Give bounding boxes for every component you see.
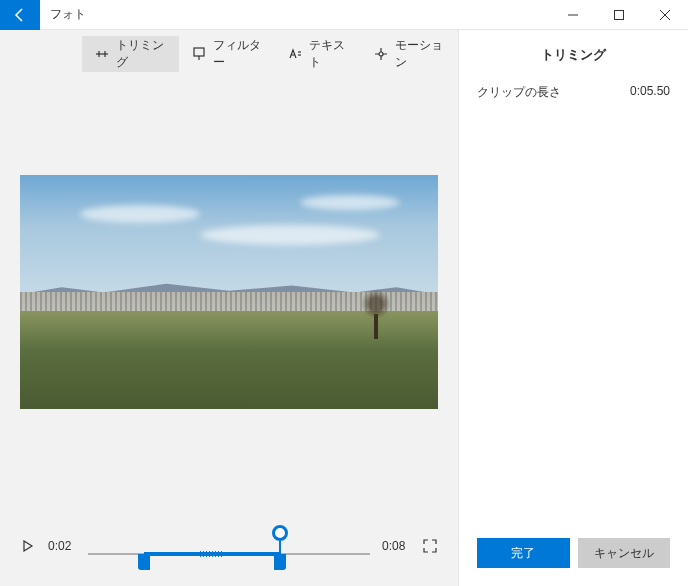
preview-area bbox=[0, 78, 458, 506]
close-button[interactable] bbox=[642, 0, 688, 30]
filter-icon bbox=[191, 46, 207, 62]
svg-rect-1 bbox=[615, 10, 624, 19]
app-title: フォト bbox=[40, 6, 550, 23]
tab-label: モーション bbox=[395, 37, 446, 71]
motion-icon bbox=[373, 46, 389, 62]
maximize-icon bbox=[614, 10, 624, 20]
back-button[interactable] bbox=[0, 0, 40, 30]
text-icon bbox=[287, 46, 303, 62]
playhead[interactable] bbox=[272, 525, 288, 541]
done-button[interactable]: 完了 bbox=[477, 538, 570, 568]
current-time: 0:02 bbox=[48, 539, 76, 553]
editor-pane: トリミング フィルター テキスト モーション bbox=[0, 30, 458, 586]
tab-text[interactable]: テキスト bbox=[275, 36, 361, 72]
tool-tabs: トリミング フィルター テキスト モーション bbox=[0, 30, 458, 78]
svg-point-11 bbox=[379, 52, 383, 56]
tab-label: フィルター bbox=[213, 37, 264, 71]
maximize-button[interactable] bbox=[596, 0, 642, 30]
titlebar: フォト bbox=[0, 0, 688, 30]
minimize-button[interactable] bbox=[550, 0, 596, 30]
svg-rect-7 bbox=[194, 48, 204, 56]
clip-length-value: 0:05.50 bbox=[630, 84, 670, 101]
timeline[interactable] bbox=[88, 521, 370, 571]
window-controls bbox=[550, 0, 688, 30]
tab-label: トリミング bbox=[116, 37, 167, 71]
close-icon bbox=[660, 10, 670, 20]
panel-actions: 完了 キャンセル bbox=[459, 520, 688, 586]
play-icon bbox=[22, 540, 34, 552]
tab-filter[interactable]: フィルター bbox=[179, 36, 276, 72]
timeline-area: 0:02 0:08 bbox=[0, 506, 458, 586]
cancel-button[interactable]: キャンセル bbox=[578, 538, 671, 568]
arrow-left-icon bbox=[12, 7, 28, 23]
fullscreen-button[interactable] bbox=[422, 538, 438, 554]
total-time: 0:08 bbox=[382, 539, 410, 553]
panel-title: トリミング bbox=[459, 30, 688, 84]
clip-length-row: クリップの長さ 0:05.50 bbox=[459, 84, 688, 101]
tab-trimming[interactable]: トリミング bbox=[82, 36, 179, 72]
trimming-icon bbox=[94, 46, 110, 62]
timeline-ticks bbox=[200, 549, 222, 559]
video-preview[interactable] bbox=[20, 175, 438, 409]
trim-start-handle[interactable] bbox=[138, 554, 150, 570]
clip-length-label: クリップの長さ bbox=[477, 84, 561, 101]
minimize-icon bbox=[568, 10, 578, 20]
properties-panel: トリミング クリップの長さ 0:05.50 完了 キャンセル bbox=[458, 30, 688, 586]
tab-motion[interactable]: モーション bbox=[361, 36, 458, 72]
play-button[interactable] bbox=[20, 538, 36, 554]
tab-label: テキスト bbox=[309, 37, 349, 71]
fullscreen-icon bbox=[423, 539, 437, 553]
